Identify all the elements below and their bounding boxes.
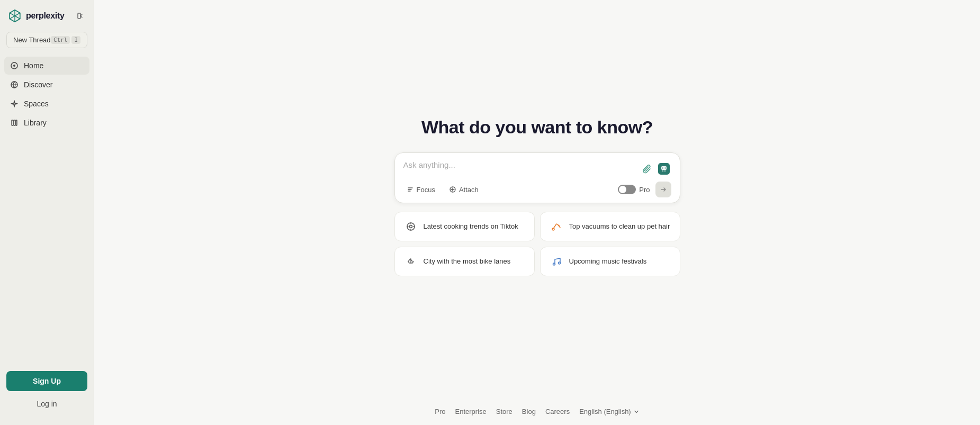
search-footer: Focus Attach Pro [403,182,671,197]
cooking-icon [403,219,418,234]
sparkle-icon [10,99,19,108]
toggle-knob [619,186,626,193]
footer: Pro Enterprise Store Blog Careers Englis… [435,408,639,415]
page-title: What do you want to know? [421,117,653,138]
svg-point-27 [553,263,555,265]
pro-label: Pro [639,186,650,194]
svg-rect-10 [662,170,663,171]
submit-button[interactable] [655,182,671,197]
sidebar-item-home[interactable]: Home [4,57,89,75]
pro-toggle: Pro [618,185,650,194]
search-input-row [403,160,671,176]
footer-link-pro[interactable]: Pro [435,408,445,415]
nav-menu: Home Discover Spaces [0,57,94,132]
sidebar: perplexity New Thread Ctrl I Home [0,0,94,425]
discover-label: Discover [24,80,52,89]
i-key: I [71,36,80,44]
sidebar-item-spaces[interactable]: Spaces [4,95,89,113]
main-content: What do you want to know? [94,0,980,425]
language-label: English (English) [579,408,631,415]
focus-label: Focus [417,186,435,194]
search-container: Focus Attach Pro [394,152,680,203]
globe-icon [10,80,19,89]
spaces-label: Spaces [24,100,49,108]
suggestion-card-vacuums[interactable]: Top vacuums to clean up pet hair [540,212,680,241]
suggestion-card-music[interactable]: Upcoming music festivals [540,247,680,276]
new-thread-button[interactable]: New Thread Ctrl I [6,32,87,48]
bike-text: City with the most bike lanes [424,257,511,266]
chevron-down-icon [633,409,640,415]
logo-text: perplexity [26,11,65,21]
suggestion-card-cooking[interactable]: Latest cooking trends on Tiktok [394,212,535,241]
svg-rect-4 [12,120,13,125]
library-label: Library [24,119,47,127]
svg-rect-5 [14,120,15,125]
pro-toggle-switch[interactable] [618,185,636,194]
home-label: Home [24,61,43,70]
shortcut-keys: Ctrl I [51,36,80,44]
library-icon [10,118,19,128]
footer-link-enterprise[interactable]: Enterprise [455,408,487,415]
svg-rect-11 [664,170,666,171]
signup-button[interactable]: Sign Up [6,371,87,391]
claude-icon [658,163,670,175]
footer-link-blog[interactable]: Blog [522,408,536,415]
focus-button[interactable]: Focus [403,184,438,196]
clip-icon [642,164,652,174]
search-actions-left: Focus Attach [403,184,482,196]
search-input[interactable] [403,160,636,175]
login-button[interactable]: Log in [6,395,87,412]
footer-link-careers[interactable]: Careers [545,408,570,415]
attach-button[interactable]: Attach [446,184,482,196]
music-icon [549,254,564,269]
vacuums-text: Top vacuums to clean up pet hair [569,222,670,231]
search-input-icons [641,161,671,176]
search-actions-right: Pro [618,182,671,197]
sidebar-item-library[interactable]: Library [4,114,89,132]
footer-link-store[interactable]: Store [496,408,513,415]
sidebar-item-discover[interactable]: Discover [4,76,89,94]
svg-point-8 [662,168,663,169]
svg-point-9 [664,168,666,169]
ctrl-key: Ctrl [51,36,70,44]
attach-icon [449,186,456,193]
music-text: Upcoming music festivals [569,257,647,266]
collapse-icon [77,12,85,20]
cooking-text: Latest cooking trends on Tiktok [424,222,518,231]
svg-point-28 [558,262,560,264]
svg-point-24 [552,228,554,230]
vacuums-icon [549,219,564,234]
svg-point-19 [409,225,412,228]
perplexity-logo-icon [7,8,22,23]
model-icon-button[interactable] [657,161,671,176]
home-icon [10,61,19,70]
sidebar-footer: Sign Up Log in [0,365,94,419]
logo: perplexity [7,8,65,23]
focus-icon [407,186,414,193]
svg-rect-6 [16,120,17,125]
collapse-sidebar-button[interactable] [76,11,86,21]
attach-label: Attach [459,186,479,194]
arrow-right-icon [660,186,667,193]
bike-icon [403,254,418,269]
sidebar-header: perplexity [0,6,94,30]
suggestions-grid: Latest cooking trends on Tiktok Top vacu… [394,212,680,276]
new-thread-label: New Thread [13,36,51,44]
clip-icon-button[interactable] [641,162,653,175]
footer-language[interactable]: English (English) [579,408,640,415]
suggestion-card-bike[interactable]: City with the most bike lanes [394,247,535,276]
svg-point-2 [13,65,15,67]
